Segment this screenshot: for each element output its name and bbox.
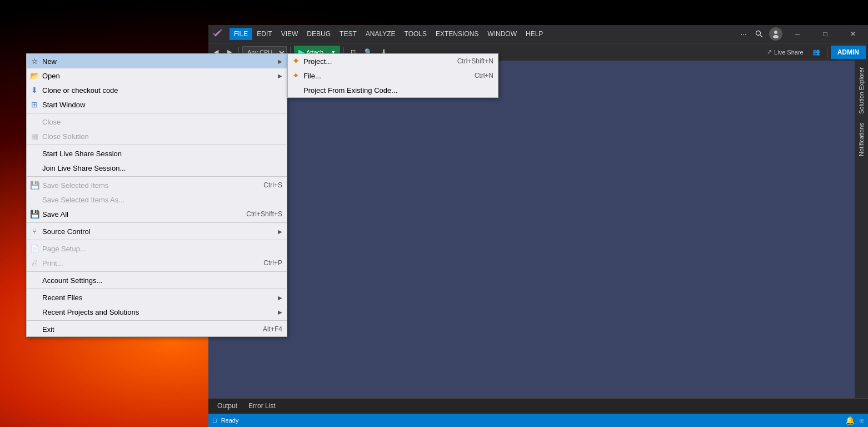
open-icon: 📂 bbox=[29, 70, 40, 81]
menu-item-save-selected-as[interactable]: Save Selected Items As... bbox=[27, 192, 287, 207]
separator-1 bbox=[27, 113, 287, 113]
menu-item-close-solution[interactable]: ▦ Close Solution bbox=[27, 129, 287, 143]
title-bar-right: ··· ─ □ ✕ bbox=[738, 25, 868, 43]
file-menu-dropdown[interactable]: ☆ New ▶ 📂 Open ▶ ⬇ Clone or checkout cod… bbox=[26, 53, 287, 337]
menu-start-live-share-label: Start Live Share Session bbox=[42, 150, 282, 158]
new-submenu[interactable]: ✦ Project... Ctrl+Shift+N ✦ File... Ctrl… bbox=[287, 53, 498, 98]
open-arrow: ▶ bbox=[278, 73, 282, 79]
status-resize-handle: ⊞ bbox=[859, 418, 864, 424]
print-icon: 🖨 bbox=[29, 257, 40, 269]
minimize-btn[interactable]: ─ bbox=[785, 25, 810, 43]
notification-bell[interactable]: 🔔 bbox=[845, 416, 855, 425]
submenu-file[interactable]: ✦ File... Ctrl+N bbox=[288, 68, 498, 83]
separator-7 bbox=[27, 289, 287, 289]
separator-2 bbox=[27, 145, 287, 145]
svg-point-4 bbox=[773, 35, 779, 38]
menu-debug[interactable]: DEBUG bbox=[302, 28, 335, 40]
error-list-tab[interactable]: Error List bbox=[244, 401, 280, 412]
menu-item-recent-projects[interactable]: Recent Projects and Solutions ▶ bbox=[27, 305, 287, 319]
maximize-btn[interactable]: □ bbox=[812, 25, 838, 43]
user-avatar[interactable] bbox=[769, 27, 782, 41]
menu-recent-files-label: Recent Files bbox=[42, 294, 276, 302]
solution-explorer-tab[interactable]: Solution Explorer bbox=[857, 65, 866, 116]
menu-test[interactable]: TEST bbox=[335, 28, 361, 40]
output-tab[interactable]: Output bbox=[213, 401, 242, 412]
save-selected-shortcut: Ctrl+S bbox=[252, 181, 282, 189]
separator-8 bbox=[27, 320, 287, 321]
new-icon: ☆ bbox=[29, 56, 40, 67]
menu-item-page-setup[interactable]: 📄 Page Setup... bbox=[27, 241, 287, 256]
menu-item-print[interactable]: 🖨 Print... Ctrl+P bbox=[27, 256, 287, 270]
menu-item-new[interactable]: ☆ New ▶ bbox=[27, 54, 287, 68]
menu-extensions[interactable]: EXTENSIONS bbox=[431, 28, 483, 40]
toolbar-collab-btn[interactable]: 👥 bbox=[809, 46, 824, 59]
svg-point-0 bbox=[756, 31, 761, 36]
menu-new-label: New bbox=[42, 57, 276, 66]
menu-item-recent-files[interactable]: Recent Files ▶ bbox=[27, 290, 287, 305]
menu-tools[interactable]: TOOLS bbox=[400, 28, 431, 40]
menu-item-source-control[interactable]: ⑂ Source Control ▶ bbox=[27, 224, 287, 239]
save-selected-icon: 💾 bbox=[29, 180, 40, 191]
menu-print-label: Print... bbox=[42, 259, 252, 267]
overflow-menu-btn[interactable]: ··· bbox=[738, 29, 749, 38]
menu-account-settings-label: Account Settings... bbox=[42, 276, 282, 285]
print-shortcut: Ctrl+P bbox=[252, 259, 282, 267]
start-window-icon: ⊞ bbox=[29, 99, 40, 110]
menu-save-all-label: Save All bbox=[42, 210, 235, 219]
menu-analyze[interactable]: ANALYZE bbox=[361, 28, 400, 40]
separator-5 bbox=[27, 240, 287, 240]
save-all-icon: 💾 bbox=[29, 208, 40, 220]
source-control-arrow: ▶ bbox=[278, 229, 282, 235]
svg-line-1 bbox=[760, 35, 762, 37]
menu-item-exit[interactable]: Exit Alt+F4 bbox=[27, 322, 287, 336]
status-icon: □ bbox=[213, 417, 217, 424]
title-bar: FILE EDIT VIEW DEBUG TEST ANALYZE bbox=[208, 25, 868, 43]
menu-edit[interactable]: EDIT bbox=[252, 28, 276, 40]
menu-exit-label: Exit bbox=[42, 325, 252, 334]
save-all-shortcut: Ctrl+Shift+S bbox=[235, 210, 282, 218]
vs-logo bbox=[211, 26, 226, 42]
title-bar-left: FILE EDIT VIEW DEBUG TEST ANALYZE bbox=[208, 26, 547, 42]
menu-bar: FILE EDIT VIEW DEBUG TEST ANALYZE bbox=[230, 28, 547, 40]
menu-item-close[interactable]: Close bbox=[27, 115, 287, 129]
status-bar: □ Ready 🔔 ⊞ bbox=[208, 414, 868, 427]
menu-item-start-live-share[interactable]: Start Live Share Session bbox=[27, 146, 287, 161]
submenu-project-shortcut: Ctrl+Shift+N bbox=[446, 57, 493, 65]
new-arrow: ▶ bbox=[278, 58, 282, 64]
menu-source-control-label: Source Control bbox=[42, 227, 276, 236]
menu-item-clone[interactable]: ⬇ Clone or checkout code bbox=[27, 83, 287, 97]
admin-btn[interactable]: ADMIN bbox=[831, 46, 866, 59]
menu-page-setup-label: Page Setup... bbox=[42, 245, 282, 253]
live-share-icon: ↗ bbox=[767, 48, 772, 56]
close-btn[interactable]: ✕ bbox=[840, 25, 866, 43]
menu-item-start-window[interactable]: ⊞ Start Window bbox=[27, 97, 287, 112]
menu-save-selected-label: Save Selected Items bbox=[42, 181, 252, 190]
menu-file[interactable]: FILE bbox=[230, 28, 252, 40]
bottom-panel: Output Error List bbox=[208, 398, 868, 414]
menu-item-open[interactable]: 📂 Open ▶ bbox=[27, 68, 287, 83]
menu-item-save-selected[interactable]: 💾 Save Selected Items Ctrl+S bbox=[27, 178, 287, 192]
submenu-project[interactable]: ✦ Project... Ctrl+Shift+N bbox=[288, 54, 498, 68]
submenu-from-code[interactable]: Project From Existing Code... bbox=[288, 83, 498, 97]
separator-6 bbox=[27, 271, 287, 272]
menu-item-join-live-share[interactable]: Join Live Share Session... bbox=[27, 161, 287, 175]
close-solution-icon: ▦ bbox=[29, 131, 40, 142]
svg-point-3 bbox=[774, 31, 777, 34]
menu-close-solution-label: Close Solution bbox=[42, 132, 282, 141]
source-control-icon: ⑂ bbox=[29, 226, 40, 237]
menu-view[interactable]: VIEW bbox=[277, 28, 303, 40]
submenu-file-shortcut: Ctrl+N bbox=[463, 72, 493, 80]
submenu-file-label: File... bbox=[303, 72, 463, 80]
separator-3 bbox=[27, 176, 287, 177]
menu-clone-label: Clone or checkout code bbox=[42, 86, 282, 95]
menu-window[interactable]: WINDOW bbox=[483, 28, 521, 40]
menu-close-label: Close bbox=[42, 118, 282, 126]
menu-item-account-settings[interactable]: Account Settings... bbox=[27, 273, 287, 287]
search-btn[interactable] bbox=[751, 26, 767, 42]
notifications-tab[interactable]: Notifications bbox=[857, 121, 866, 158]
main-area: Solution Explorer Notifications bbox=[208, 61, 868, 398]
file-icon: ✦ bbox=[290, 70, 301, 81]
menu-item-save-all[interactable]: 💾 Save All Ctrl+Shift+S bbox=[27, 207, 287, 221]
live-share-btn[interactable]: ↗ Live Share bbox=[764, 46, 807, 59]
menu-help[interactable]: HELP bbox=[521, 28, 547, 40]
